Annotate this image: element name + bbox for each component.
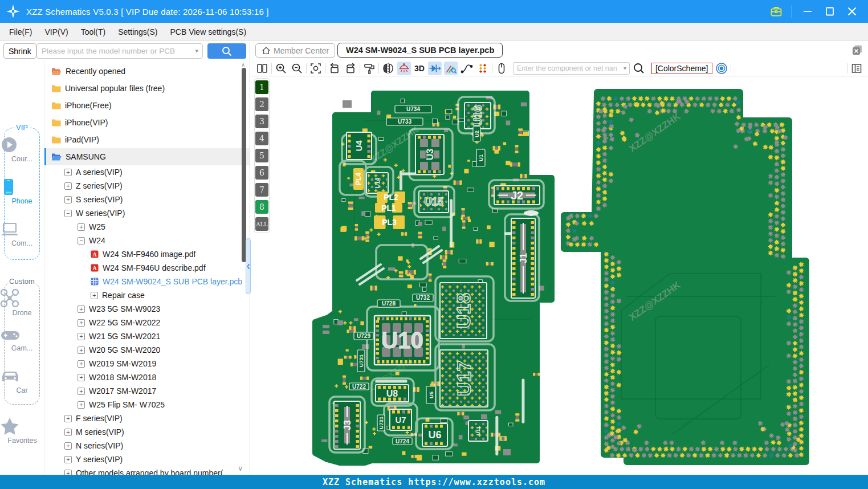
pcb-component-u11[interactable]: U11 <box>468 421 488 441</box>
sidebar-item-car[interactable]: Car <box>0 368 44 394</box>
tree-item-iphone-vip-[interactable]: iPhone(VIP) <box>44 114 250 131</box>
chevron-down-icon[interactable]: ▾ <box>624 65 629 71</box>
chevron-down-icon[interactable]: ▾ <box>195 47 202 55</box>
pcb-component-u1[interactable]: U1 <box>476 149 485 166</box>
layer-button-7[interactable]: 7 <box>255 183 268 197</box>
expand-plus-icon[interactable]: + <box>78 347 85 354</box>
curve-trace-icon[interactable] <box>460 62 474 75</box>
expand-plus-icon[interactable]: + <box>64 196 72 203</box>
tree-item-other-models-arranged-by-board-number-[interactable]: +Other models arranged by board number( <box>44 466 250 475</box>
tree-item-y-series-vip-[interactable]: +Y series(VIP) <box>44 453 250 466</box>
split-view-icon[interactable] <box>255 62 269 75</box>
rotate-left-icon[interactable] <box>328 62 341 75</box>
pcb-component-u728[interactable]: U728 <box>377 300 400 307</box>
color-scheme-button[interactable]: [ColorScheme] <box>651 63 712 74</box>
net-search-icon[interactable] <box>632 62 646 75</box>
zoom-out-icon[interactable] <box>290 62 304 75</box>
expand-plus-icon[interactable]: + <box>64 182 72 190</box>
pcb-component-u3[interactable]: U3 <box>415 135 444 174</box>
sidebar-item-courses[interactable]: Cour... <box>0 136 44 163</box>
tree-item-w2017-sm-w2017[interactable]: +W2017 SM-W2017 <box>44 384 250 398</box>
layer-button-2[interactable]: 2 <box>255 97 268 111</box>
menu-item-pcb-view-settings-s-[interactable]: PCB View settings(S) <box>170 27 246 36</box>
expand-plus-icon[interactable]: + <box>64 429 72 436</box>
view-3d-button[interactable]: 3D <box>413 64 426 73</box>
tree-item-z-series-vip-[interactable]: +Z series(VIP) <box>44 179 250 193</box>
tree-item-f-series-vip-[interactable]: +F series(VIP) <box>44 411 250 425</box>
tree-scroll-up-icon[interactable]: ∧ <box>241 62 245 68</box>
mouse-settings-icon[interactable] <box>495 62 508 75</box>
collapse-minus-icon[interactable]: − <box>78 237 85 244</box>
sidebar-item-phone[interactable]: Phone <box>0 178 44 205</box>
target-rings-icon[interactable] <box>715 62 728 75</box>
layer-button-4[interactable]: 4 <box>255 132 268 145</box>
sidebar-item-computer[interactable]: Com... <box>0 221 44 247</box>
tree-item-a-series-vip-[interactable]: +A series(VIP) <box>44 165 250 179</box>
pcb-component-u732[interactable]: U732 <box>413 294 433 301</box>
layer-button-6[interactable]: 6 <box>255 166 268 180</box>
paint-roller-icon[interactable] <box>362 62 376 75</box>
mirror-flip-icon[interactable] <box>381 62 395 75</box>
model-search-input[interactable] <box>37 47 195 55</box>
dot-matrix-icon[interactable] <box>476 62 490 75</box>
pcb-component-u733[interactable]: U733 <box>386 118 423 125</box>
expand-plus-icon[interactable]: + <box>64 415 72 422</box>
tree-item-universal-popular-files-free-[interactable]: Universal popular files (free) <box>44 80 250 97</box>
pcb-component-u724[interactable]: U724 <box>393 438 412 445</box>
tree-item-w23-5g-sm-w9023[interactable]: +W23 5G SM-W9023 <box>44 302 250 316</box>
pcb-component-pl4[interactable]: PL4 <box>353 168 364 190</box>
tree-item-recently-opened[interactable]: Recently opened <box>44 63 250 80</box>
sidebar-item-drone[interactable]: Drone <box>0 288 44 317</box>
pcb-component-u5[interactable]: U5 <box>426 386 435 404</box>
pcb-component-j2[interactable]: J2 <box>494 186 540 205</box>
document-tab[interactable]: W24 SM-W9024_S SUB PCB layer.pcb <box>337 43 503 58</box>
tree-item-w25-flip-sm-w7025[interactable]: +W25 Flip SM- W7025 <box>44 398 250 411</box>
expand-plus-icon[interactable]: + <box>64 456 72 463</box>
pcb-component-u6[interactable]: U6 <box>422 423 447 446</box>
tree-item-samsung[interactable]: SAMSUNG <box>44 148 250 165</box>
model-search-combo[interactable]: ▾ <box>36 43 203 59</box>
pcb-component-u734[interactable]: U734 <box>395 105 431 113</box>
expand-plus-icon[interactable]: + <box>64 169 72 176</box>
pcb-component-u17[interactable]: U17 <box>440 350 488 407</box>
fit-selection-icon[interactable] <box>309 62 323 75</box>
tree-item-w24-sm-f946u-describe-pdf[interactable]: AW24 SM-F946U describe.pdf <box>44 261 250 275</box>
sidebar-item-game[interactable]: Gam... <box>0 328 44 352</box>
shrink-button[interactable]: Shrink <box>3 43 36 59</box>
pcb-component-u16[interactable]: U16 <box>464 103 491 129</box>
pcb-component-j3[interactable]: J3 <box>334 401 360 449</box>
measure-icon[interactable] <box>444 62 458 75</box>
search-button[interactable] <box>207 43 246 59</box>
tree-item-w24-sm-f9460-image-pdf[interactable]: AW24 SM-F9460 image.pdf <box>44 247 250 261</box>
close-button[interactable] <box>845 5 859 18</box>
tree-item-w-series-vip-[interactable]: −W series(VIP) <box>44 206 250 220</box>
tree-item-ipad-vip-[interactable]: iPad(VIP) <box>44 131 250 148</box>
expand-plus-icon[interactable]: + <box>78 388 85 395</box>
expand-plus-icon[interactable]: + <box>78 223 85 231</box>
expand-plus-icon[interactable]: + <box>78 401 85 409</box>
menu-item-tool-t-[interactable]: Tool(T) <box>81 27 106 36</box>
pcb-component-u7[interactable]: U7 <box>390 409 411 430</box>
lamp-highlight-icon[interactable] <box>397 62 411 75</box>
menu-item-vip-v-[interactable]: VIP(V) <box>44 27 68 36</box>
pcb-component-pl2[interactable]: PL2 <box>377 191 405 203</box>
tree-item-w24[interactable]: −W24 <box>44 234 250 247</box>
pcb-component-u14[interactable]: U14 <box>366 173 388 193</box>
pcb-component-pl1[interactable]: PL1 <box>375 203 402 213</box>
collapse-minus-icon[interactable]: − <box>64 210 72 217</box>
pcb-component-u731[interactable]: U731 <box>357 350 365 372</box>
pcb-component-j1[interactable]: J1 <box>511 218 535 298</box>
tree-item-repair-case[interactable]: +Repair case <box>44 288 250 302</box>
pcb-component-u2[interactable]: U2 <box>473 127 480 141</box>
expand-plus-icon[interactable]: + <box>78 305 85 313</box>
minimize-button[interactable] <box>801 5 814 18</box>
pcb-component-u721[interactable]: U721 <box>377 415 385 431</box>
member-center-button[interactable]: Member Center <box>255 43 335 58</box>
expand-plus-icon[interactable]: + <box>78 319 85 327</box>
side-panel-toggle-icon[interactable] <box>850 62 863 75</box>
tree-item-s-series-vip-[interactable]: +S series(VIP) <box>44 193 250 206</box>
tree-scrollbar-thumb[interactable] <box>242 68 246 262</box>
diode-probe-icon[interactable] <box>428 62 442 75</box>
layer-button-5[interactable]: 5 <box>255 149 268 162</box>
menu-item-settings-s-[interactable]: Settings(S) <box>118 27 157 36</box>
